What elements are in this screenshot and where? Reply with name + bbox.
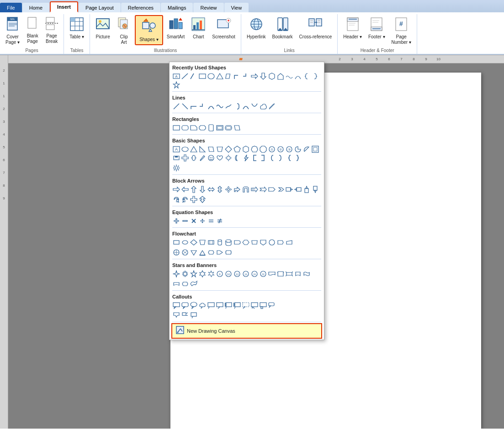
- banner-s3[interactable]: [190, 280, 198, 288]
- blank-page-button[interactable]: BlankPage: [23, 15, 42, 46]
- basic-chord[interactable]: [302, 145, 311, 153]
- cover-page-button[interactable]: NFA CoverPage ▾: [3, 15, 22, 47]
- shape-parallelogram[interactable]: [224, 72, 233, 80]
- tab-mailings[interactable]: Mailings: [161, 3, 193, 12]
- basic-circle1[interactable]: ①: [268, 145, 276, 153]
- rect-snip[interactable]: [190, 124, 198, 132]
- chart-button[interactable]: Chart: [188, 15, 208, 42]
- shape-brace-right[interactable]: [311, 72, 319, 80]
- basic-paren1[interactable]: [268, 154, 276, 162]
- shape-bent2[interactable]: [242, 72, 250, 80]
- basic-crescent[interactable]: [233, 154, 241, 162]
- flow-prep[interactable]: [242, 238, 250, 246]
- line-s[interactable]: [224, 102, 233, 110]
- tab-insert[interactable]: Insert: [50, 1, 78, 12]
- callout-accent[interactable]: [224, 301, 233, 309]
- line-arc-up[interactable]: [242, 102, 250, 110]
- basic-parallelogram[interactable]: [207, 145, 215, 153]
- arrow-pentagon[interactable]: [268, 185, 276, 194]
- eq-multiply[interactable]: [190, 217, 198, 225]
- tab-home[interactable]: Home: [22, 3, 49, 12]
- star-circular24[interactable]: 24: [250, 270, 259, 278]
- line-diagonal[interactable]: [172, 102, 180, 110]
- star-4pt[interactable]: [172, 270, 180, 278]
- arrow-quad[interactable]: [224, 185, 233, 194]
- banner-ribbon[interactable]: [285, 270, 293, 278]
- basic-pie[interactable]: [294, 145, 302, 153]
- line-scribble[interactable]: [216, 102, 224, 110]
- tab-references[interactable]: References: [121, 3, 160, 12]
- callout-cloud[interactable]: [198, 301, 207, 309]
- basic-sun[interactable]: [224, 154, 233, 162]
- flow-connector[interactable]: [268, 238, 276, 246]
- star-circular12[interactable]: 12: [233, 270, 241, 278]
- flow-process2[interactable]: [181, 238, 189, 246]
- star-circular8[interactable]: 8: [216, 270, 224, 278]
- flow-manual[interactable]: [250, 238, 259, 246]
- shape-brace-left[interactable]: [302, 72, 311, 80]
- flow-decision[interactable]: [190, 238, 198, 246]
- flow-offpage[interactable]: [259, 238, 267, 246]
- basic-smiley[interactable]: [207, 154, 215, 162]
- basic-bracket2[interactable]: [259, 154, 267, 162]
- banner-up[interactable]: [294, 270, 302, 278]
- eq-plus[interactable]: [172, 217, 180, 225]
- shape-arrow-right[interactable]: [250, 72, 259, 80]
- line-integral[interactable]: [233, 102, 241, 110]
- basic-circle2[interactable]: ②: [276, 145, 285, 153]
- shape-wave[interactable]: [285, 72, 293, 80]
- rect-frame[interactable]: [216, 124, 224, 132]
- callout-line2[interactable]: [216, 301, 224, 309]
- star-circular32[interactable]: 32: [259, 270, 267, 278]
- shape-line1[interactable]: [181, 72, 189, 80]
- eq-minus[interactable]: [181, 217, 189, 225]
- callout-borderless[interactable]: [242, 301, 250, 309]
- banner-wave2[interactable]: [302, 270, 311, 278]
- callout-lineb[interactable]: [250, 301, 259, 309]
- arrow-uturn[interactable]: [242, 185, 250, 194]
- basic-heart[interactable]: [216, 154, 224, 162]
- shape-arrow-down[interactable]: [259, 72, 267, 80]
- flow-delay2[interactable]: [216, 248, 224, 257]
- page-break-button[interactable]: PageBreak: [42, 15, 61, 46]
- shape-line2[interactable]: [190, 72, 198, 80]
- callout-line1[interactable]: [207, 301, 215, 309]
- shape-rect[interactable]: [198, 72, 207, 80]
- flow-notch[interactable]: [276, 238, 285, 246]
- shape-hexagon[interactable]: [268, 72, 276, 80]
- callout-oval[interactable]: [190, 301, 198, 309]
- flow-summing[interactable]: [181, 248, 189, 257]
- picture-button[interactable]: Picture: [93, 15, 113, 42]
- basic-curly1[interactable]: [285, 154, 293, 162]
- line-cloud[interactable]: [259, 102, 267, 110]
- basic-heptagon[interactable]: [250, 145, 259, 153]
- flow-disk[interactable]: [224, 238, 233, 246]
- rect-rounded[interactable]: [181, 124, 189, 132]
- callout-rounded[interactable]: [181, 301, 189, 309]
- basic-pencil[interactable]: [198, 154, 207, 162]
- basic-trapezoid[interactable]: [216, 145, 224, 153]
- shape-circle[interactable]: [207, 72, 215, 80]
- line-elbow2[interactable]: [198, 102, 207, 110]
- flow-stored-data[interactable]: [207, 248, 215, 257]
- banner-scroll[interactable]: [276, 270, 285, 278]
- header-button[interactable]: Header ▾: [340, 15, 365, 42]
- basic-circle3[interactable]: ③: [285, 145, 293, 153]
- line-double[interactable]: [268, 102, 276, 110]
- rect-tall[interactable]: [207, 124, 215, 132]
- arrow-circular-right[interactable]: [181, 195, 189, 204]
- new-drawing-canvas-button[interactable]: New Drawing Canvas: [171, 323, 322, 339]
- hyperlink-button[interactable]: Hyperlink: [244, 15, 269, 42]
- tab-file[interactable]: File: [0, 3, 22, 12]
- arrow-merge[interactable]: [198, 195, 207, 204]
- basic-bracket1[interactable]: [250, 154, 259, 162]
- star-circular16[interactable]: 16: [242, 270, 250, 278]
- flow-manual-input[interactable]: [285, 238, 293, 246]
- basic-lightning[interactable]: [242, 154, 250, 162]
- basic-rect-b[interactable]: [172, 154, 180, 162]
- banner-s1[interactable]: [172, 280, 180, 288]
- callout-rounded2[interactable]: [268, 301, 276, 309]
- arrow-down[interactable]: [198, 185, 207, 194]
- arrow-chevron[interactable]: [276, 185, 285, 194]
- callout-rect[interactable]: [172, 301, 180, 309]
